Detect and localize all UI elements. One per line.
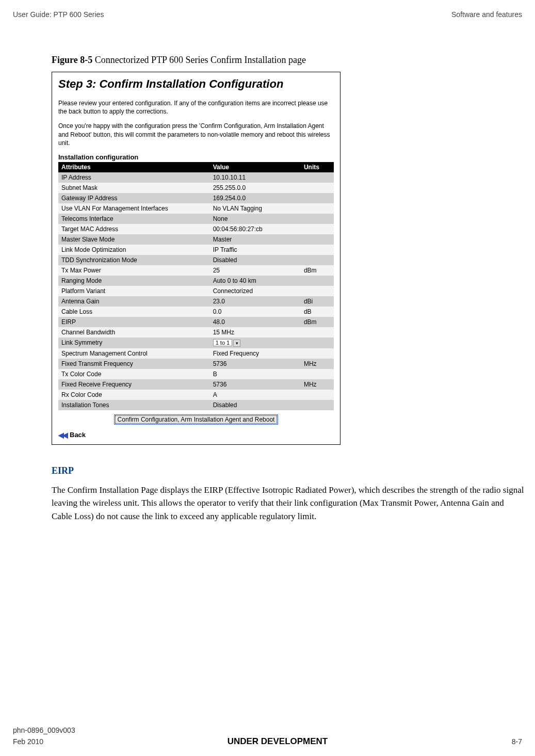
config-table: Attributes Value Units IP Address10.10.1… bbox=[58, 162, 334, 410]
intro-paragraph-1: Please review your entered configuration… bbox=[58, 99, 334, 116]
table-header-row: Attributes Value Units bbox=[58, 162, 334, 172]
cell-attribute: Gateway IP Address bbox=[58, 193, 210, 203]
cell-attribute: Subnet Mask bbox=[58, 183, 210, 193]
cell-attribute: Telecoms Interface bbox=[58, 214, 210, 224]
cell-unit bbox=[301, 390, 334, 400]
cell-unit bbox=[301, 400, 334, 410]
footer-date: Feb 2010 bbox=[13, 737, 43, 746]
cell-unit: MHz bbox=[301, 379, 334, 390]
table-row: Installation TonesDisabled bbox=[58, 400, 334, 410]
table-row: Fixed Transmit Frequency5736MHz bbox=[58, 359, 334, 369]
step-title: Step 3: Confirm Installation Configurati… bbox=[58, 77, 334, 91]
cell-attribute: Cable Loss bbox=[58, 307, 210, 317]
cell-unit bbox=[301, 286, 334, 296]
cell-unit bbox=[301, 193, 334, 203]
cell-value: 5736 bbox=[210, 379, 301, 390]
cell-value: Auto 0 to 40 km bbox=[210, 276, 301, 286]
table-row: Master Slave ModeMaster bbox=[58, 234, 334, 245]
cell-value: B bbox=[210, 369, 301, 379]
cell-value: None bbox=[210, 214, 301, 224]
cell-value: No VLAN Tagging bbox=[210, 203, 301, 214]
eirp-paragraph: The Confirm Installation Page displays t… bbox=[52, 484, 525, 523]
cell-attribute: IP Address bbox=[58, 172, 210, 183]
button-row: Confirm Configuration, Arm Installation … bbox=[58, 410, 334, 428]
cell-value: 25 bbox=[210, 265, 301, 276]
confirm-reboot-button[interactable]: Confirm Configuration, Arm Installation … bbox=[114, 414, 279, 425]
section-label: Installation configuration bbox=[58, 153, 334, 161]
page-header: User Guide: PTP 600 Series Software and … bbox=[0, 10, 535, 55]
table-row: Subnet Mask255.255.0.0 bbox=[58, 183, 334, 193]
table-row: TDD Synchronization ModeDisabled bbox=[58, 255, 334, 265]
cell-unit bbox=[301, 203, 334, 214]
table-row: Channel Bandwidth15 MHz bbox=[58, 327, 334, 337]
table-row: Link Mode OptimizationIP Traffic bbox=[58, 245, 334, 255]
cell-attribute: Target MAC Address bbox=[58, 224, 210, 234]
cell-attribute: Link Mode Optimization bbox=[58, 245, 210, 255]
header-left: User Guide: PTP 600 Series bbox=[13, 10, 104, 19]
cell-attribute: Master Slave Mode bbox=[58, 234, 210, 245]
cell-unit bbox=[301, 255, 334, 265]
intro-paragraph-2: Once you're happy with the configuration… bbox=[58, 122, 334, 147]
figure-screenshot: Step 3: Confirm Installation Configurati… bbox=[52, 72, 341, 445]
cell-unit bbox=[301, 224, 334, 234]
cell-unit bbox=[301, 327, 334, 337]
cell-value: Master bbox=[210, 234, 301, 245]
table-row: Telecoms InterfaceNone bbox=[58, 214, 334, 224]
cell-value: 15 MHz bbox=[210, 327, 301, 337]
cell-unit bbox=[301, 276, 334, 286]
cell-attribute: Antenna Gain bbox=[58, 296, 210, 307]
cell-unit bbox=[301, 183, 334, 193]
cell-unit bbox=[301, 348, 334, 359]
cell-value: 48.0 bbox=[210, 317, 301, 327]
cell-attribute: Tx Max Power bbox=[58, 265, 210, 276]
footer-doc-id: phn-0896_009v003 bbox=[13, 726, 522, 734]
cell-attribute: Ranging Mode bbox=[58, 276, 210, 286]
table-row: Tx Color CodeB bbox=[58, 369, 334, 379]
cell-value: 0.0 bbox=[210, 307, 301, 317]
cell-value: 5736 bbox=[210, 359, 301, 369]
cell-attribute: EIRP bbox=[58, 317, 210, 327]
table-row: Antenna Gain23.0dBi bbox=[58, 296, 334, 307]
cell-unit bbox=[301, 214, 334, 224]
cell-value: 10.10.10.11 bbox=[210, 172, 301, 183]
cell-attribute: Use VLAN For Management Interfaces bbox=[58, 203, 210, 214]
cell-value: 169.254.0.0 bbox=[210, 193, 301, 203]
cell-attribute: Tx Color Code bbox=[58, 369, 210, 379]
cell-attribute: Spectrum Management Control bbox=[58, 348, 210, 359]
table-row: Link Symmetry1 to 1▾ bbox=[58, 337, 334, 348]
cell-attribute: Fixed Receive Frequency bbox=[58, 379, 210, 390]
cell-attribute: Channel Bandwidth bbox=[58, 327, 210, 337]
cell-unit: MHz bbox=[301, 359, 334, 369]
table-row: Platform VariantConnectorized bbox=[58, 286, 334, 296]
table-row: Cable Loss0.0dB bbox=[58, 307, 334, 317]
back-arrow-icon: ◀◀ bbox=[58, 431, 67, 439]
table-row: Gateway IP Address169.254.0.0 bbox=[58, 193, 334, 203]
cell-attribute: TDD Synchronization Mode bbox=[58, 255, 210, 265]
table-row: Rx Color CodeA bbox=[58, 390, 334, 400]
table-row: EIRP48.0dBm bbox=[58, 317, 334, 327]
table-row: Ranging ModeAuto 0 to 40 km bbox=[58, 276, 334, 286]
figure-label: Figure 8-5 bbox=[52, 55, 92, 65]
cell-unit: dBm bbox=[301, 265, 334, 276]
page-footer: phn-0896_009v003 Feb 2010 UNDER DEVELOPM… bbox=[0, 726, 535, 747]
th-attributes: Attributes bbox=[58, 162, 210, 172]
table-row: Tx Max Power25dBm bbox=[58, 265, 334, 276]
cell-value: Connectorized bbox=[210, 286, 301, 296]
back-link[interactable]: ◀◀ Back bbox=[58, 431, 334, 439]
cell-unit bbox=[301, 234, 334, 245]
footer-page: 8-7 bbox=[512, 737, 522, 746]
cell-value: Fixed Frequency bbox=[210, 348, 301, 359]
cell-attribute: Rx Color Code bbox=[58, 390, 210, 400]
chevron-down-icon[interactable]: ▾ bbox=[233, 340, 240, 347]
th-units: Units bbox=[301, 162, 334, 172]
table-row: Target MAC Address00:04:56:80:27:cb bbox=[58, 224, 334, 234]
cell-value: 23.0 bbox=[210, 296, 301, 307]
cell-value: Disabled bbox=[210, 255, 301, 265]
cell-attribute: Link Symmetry bbox=[58, 337, 210, 348]
back-label: Back bbox=[70, 431, 86, 439]
cell-value[interactable]: 1 to 1▾ bbox=[210, 337, 301, 348]
table-row: Use VLAN For Management InterfacesNo VLA… bbox=[58, 203, 334, 214]
figure-caption-text: Connectorized PTP 600 Series Confirm Ins… bbox=[92, 55, 306, 65]
cell-value: 255.255.0.0 bbox=[210, 183, 301, 193]
cell-value: Disabled bbox=[210, 400, 301, 410]
